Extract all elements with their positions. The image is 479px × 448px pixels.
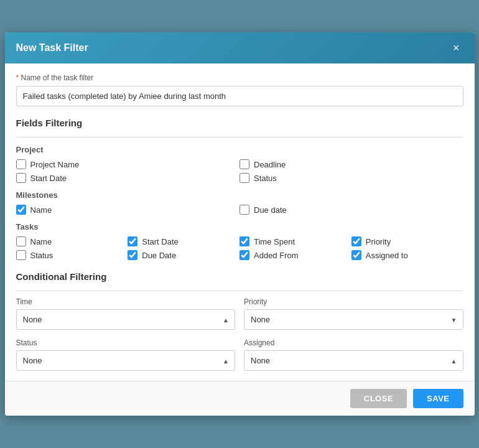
checkbox-priority: Priority (351, 236, 463, 246)
checkbox-start-date-project-label: Start Date (30, 174, 67, 183)
conditional-filtering-title: Conditional Filtering (16, 271, 463, 284)
checkbox-task-status: Status (16, 250, 128, 260)
checkbox-task-status-label: Status (30, 251, 53, 260)
modal-body: Name of the task filter Fields Filtering… (5, 63, 475, 381)
milestones-subsection-title: Milestones (16, 190, 463, 200)
checkbox-task-name-input[interactable] (16, 236, 26, 246)
divider-2 (16, 291, 463, 291)
time-select[interactable]: None (16, 309, 236, 330)
assigned-select[interactable]: None (244, 350, 463, 371)
checkbox-task-name-label: Name (30, 237, 52, 246)
checkbox-time-spent-label: Time Spent (254, 237, 295, 246)
checkbox-due-date-milestone-label: Due date (254, 205, 287, 215)
checkbox-added-from-input[interactable] (240, 250, 249, 260)
tasks-subsection-title: Tasks (16, 222, 463, 231)
tasks-fields-grid: Name Start Date Time Spent Priority Stat… (16, 236, 463, 260)
checkbox-time-spent-input[interactable] (240, 236, 249, 246)
checkbox-project-name-label: Project Name (30, 160, 80, 169)
checkbox-status-project-label: Status (254, 174, 277, 183)
checkbox-assigned-to: Assigned to (351, 250, 463, 260)
priority-select[interactable]: None (244, 309, 463, 330)
status-select[interactable]: None (16, 350, 236, 371)
checkbox-assigned-to-input[interactable] (351, 250, 361, 260)
checkbox-project-name: Project Name (16, 159, 240, 169)
modal-dialog: New Task Filter × Name of the task filte… (5, 32, 475, 416)
time-filter-field: Time None ▲ (16, 297, 236, 330)
checkbox-due-date-task-input[interactable] (128, 250, 137, 260)
status-label: Status (16, 338, 236, 347)
conditional-filter-grid: Time None ▲ Priority Non (16, 297, 463, 371)
checkbox-deadline-input[interactable] (240, 159, 249, 169)
close-button[interactable]: CLOSE (350, 389, 407, 408)
modal-header: New Task Filter × (5, 32, 475, 63)
assigned-filter-field: Assigned None ▲ (244, 338, 463, 371)
checkbox-milestone-name: Name (16, 205, 240, 215)
checkbox-start-date-project-input[interactable] (16, 173, 26, 183)
project-subsection-title: Project (16, 145, 463, 154)
checkbox-status-project-input[interactable] (240, 173, 249, 183)
milestones-fields-grid: Name Due date (16, 205, 463, 215)
checkbox-task-start-date: Start Date (128, 236, 240, 246)
fields-filtering-title: Fields Filtering (16, 118, 463, 131)
checkbox-task-name: Name (16, 236, 128, 246)
modal-close-button[interactable]: × (449, 41, 463, 55)
checkbox-milestone-name-input[interactable] (16, 205, 26, 215)
checkbox-status-project: Status (240, 173, 463, 183)
task-filter-name-input[interactable] (16, 86, 463, 106)
save-button[interactable]: SAVE (413, 389, 463, 408)
checkbox-deadline: Deadline (240, 159, 463, 169)
checkbox-time-spent: Time Spent (240, 236, 351, 246)
modal-overlay: New Task Filter × Name of the task filte… (0, 0, 479, 448)
checkbox-due-date-milestone-input[interactable] (240, 205, 249, 215)
checkbox-due-date-task: Due Date (128, 250, 240, 260)
priority-select-wrapper: None ▼ (244, 309, 463, 330)
checkbox-task-start-date-input[interactable] (128, 236, 137, 246)
priority-label: Priority (244, 297, 463, 306)
checkbox-priority-label: Priority (366, 237, 391, 246)
checkbox-task-start-date-label: Start Date (142, 237, 179, 246)
checkbox-due-date-task-label: Due Date (142, 251, 176, 260)
modal-title: New Task Filter (16, 42, 88, 54)
name-field-group: Name of the task filter (16, 73, 463, 106)
priority-filter-field: Priority None ▼ (244, 297, 463, 330)
conditional-filtering-section: Conditional Filtering Time None ▲ (16, 271, 463, 371)
name-label: Name of the task filter (16, 73, 463, 82)
checkbox-start-date-project: Start Date (16, 173, 240, 183)
checkbox-project-name-input[interactable] (16, 159, 26, 169)
checkbox-deadline-label: Deadline (254, 160, 286, 169)
divider-1 (16, 137, 463, 138)
status-select-wrapper: None ▲ (16, 350, 236, 371)
checkbox-added-from-label: Added From (254, 251, 299, 260)
checkbox-assigned-to-label: Assigned to (366, 251, 408, 260)
checkbox-due-date-milestone: Due date (240, 205, 463, 215)
time-label: Time (16, 297, 236, 306)
modal-footer: CLOSE SAVE (5, 381, 475, 416)
project-fields-grid: Project Name Deadline Start Date Status (16, 159, 463, 183)
status-filter-field: Status None ▲ (16, 338, 236, 371)
checkbox-task-status-input[interactable] (16, 250, 26, 260)
checkbox-milestone-name-label: Name (30, 205, 52, 215)
assigned-label: Assigned (244, 338, 463, 347)
checkbox-added-from: Added From (240, 250, 351, 260)
assigned-select-wrapper: None ▲ (244, 350, 463, 371)
checkbox-priority-input[interactable] (351, 236, 361, 246)
time-select-wrapper: None ▲ (16, 309, 236, 330)
